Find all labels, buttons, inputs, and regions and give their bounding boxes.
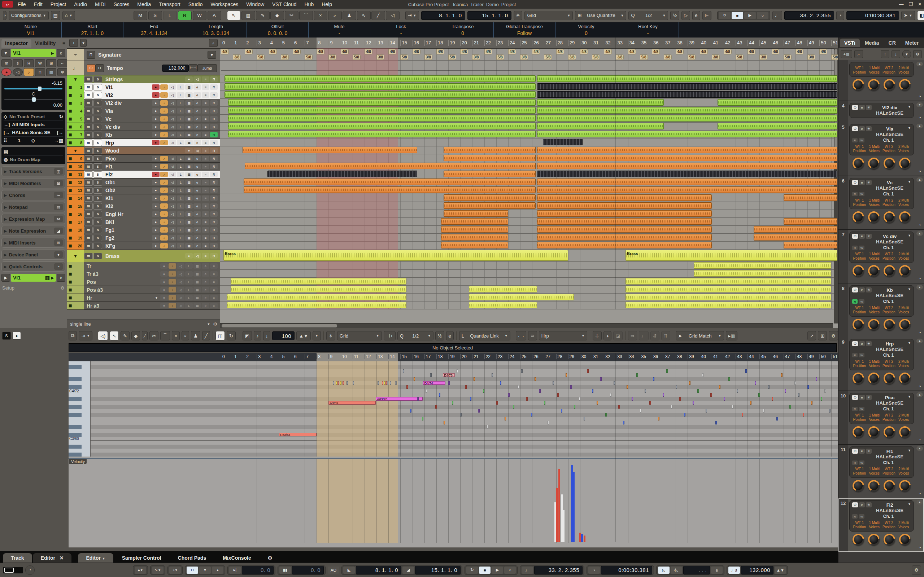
slot-read-button[interactable]: R bbox=[852, 407, 858, 411]
midi-event[interactable] bbox=[537, 210, 712, 217]
folder-mute-button[interactable]: m bbox=[84, 76, 93, 82]
track-row-vc-div[interactable]: ▦6msVc div●♪◁L▦e≡R bbox=[67, 123, 220, 131]
edit-channel-button[interactable]: e bbox=[194, 195, 201, 201]
timebase-button[interactable]: ♪ bbox=[160, 227, 168, 233]
signature-event[interactable]: 4/8 bbox=[365, 49, 373, 55]
record-enable-button[interactable]: ● bbox=[2, 68, 11, 76]
midi-note-small[interactable] bbox=[548, 421, 549, 424]
slot-screen[interactable]: ⏻e✳Fl1HALnSncSE▼RWCh. 1WT 1Position1 Mul… bbox=[849, 446, 914, 478]
slot-instrument-name[interactable]: Fl1HALnSncSE bbox=[873, 449, 906, 459]
midi-event[interactable] bbox=[244, 179, 536, 185]
midi-event[interactable] bbox=[537, 226, 712, 233]
slot-edit-icon[interactable]: e bbox=[859, 234, 865, 239]
section-track-versions[interactable]: ▶Track Versions◫ bbox=[2, 166, 65, 176]
metronome-dropdown[interactable]: ◔▼ bbox=[169, 567, 181, 574]
group-edit-icon[interactable]: ≡ bbox=[202, 76, 209, 82]
midi-note-small[interactable] bbox=[426, 389, 427, 393]
instrument-slot-fl2[interactable]: 12⏻e✳Fl2HALnSncSE▼RWCh. 1WT 1Position1 M… bbox=[838, 498, 924, 552]
lanes-button[interactable]: ≡ bbox=[202, 203, 209, 209]
transport-setup-gear[interactable]: ⚙ bbox=[912, 566, 921, 575]
folder-mute-button[interactable]: m bbox=[84, 253, 93, 259]
midi-note-small[interactable] bbox=[430, 373, 432, 377]
midi-event[interactable] bbox=[444, 171, 536, 177]
edited-part-dropdown[interactable]: Hrp▼ bbox=[539, 331, 587, 340]
edit-channel-button[interactable]: e bbox=[194, 156, 201, 161]
quick-control-knob[interactable] bbox=[899, 372, 911, 384]
midi-event[interactable] bbox=[694, 262, 831, 269]
timebase-button[interactable]: ♪ bbox=[160, 243, 168, 248]
eraser-tool[interactable]: ◆ bbox=[270, 11, 284, 20]
menu-vst-cloud[interactable]: VST Cloud bbox=[268, 1, 300, 8]
track-row-vi2[interactable]: ▦2msVI2●♪◁L▦e≡R bbox=[67, 91, 220, 99]
editor-quantize-preset[interactable]: Q 1/2▼ bbox=[397, 331, 433, 340]
editor-autoscroll[interactable]: ⇥▼ bbox=[79, 331, 92, 340]
editor-ruler[interactable]: 0123456789101112131415161718192021222324… bbox=[69, 353, 838, 362]
midi-event[interactable] bbox=[225, 83, 536, 90]
signature-event[interactable]: 4/8 bbox=[293, 49, 300, 55]
midi-event[interactable] bbox=[537, 218, 712, 225]
slot-freeze-icon[interactable]: ✳ bbox=[866, 341, 872, 346]
slot-screen[interactable]: ⏻e✳VcHALnSncSE▼RWCh. 1WT 1Position1 Mult… bbox=[849, 178, 914, 209]
lanes-button[interactable]: ≡ bbox=[202, 140, 209, 145]
instrument-slot-vi2-div[interactable]: 4⏻e✳VI2 divHALnSncSE▼▼◔ bbox=[838, 101, 924, 122]
folder-solo-button[interactable]: s bbox=[94, 148, 102, 154]
midi-event[interactable] bbox=[225, 91, 536, 98]
timebase-button[interactable]: ♪ bbox=[160, 116, 168, 121]
read-automation-button[interactable]: R bbox=[210, 108, 218, 114]
midi-note-tick[interactable] bbox=[378, 381, 379, 385]
listen-button[interactable]: L bbox=[177, 84, 184, 90]
signature-event[interactable]: 4/8 bbox=[221, 49, 229, 55]
folder-row-wood[interactable]: ▾msWood●◁≡⊓ bbox=[67, 147, 220, 155]
monitor-button[interactable]: ◁ bbox=[177, 271, 184, 277]
midi-note-small[interactable] bbox=[460, 413, 462, 416]
line-tool[interactable]: ╱ bbox=[372, 11, 385, 20]
keys-edit-button[interactable]: ▦ bbox=[185, 124, 193, 129]
inspector-bottom-track[interactable]: VI1▥ ▸ bbox=[11, 274, 56, 282]
read-automation-button[interactable]: R bbox=[210, 84, 218, 90]
preset-diamond-icon[interactable]: ◇ bbox=[31, 138, 35, 143]
track-mute-button[interactable]: m bbox=[84, 163, 93, 170]
folder-icon[interactable]: ▾ bbox=[67, 76, 84, 83]
slot-instrument-name[interactable]: Fl2HALnSncSE bbox=[873, 502, 906, 513]
track-search-icon[interactable]: ⌕ bbox=[209, 39, 218, 47]
midi-event[interactable]: Brass bbox=[625, 250, 837, 261]
keys-edit-button[interactable]: ▦ bbox=[185, 92, 193, 98]
track-filter-caret[interactable]: ▾ bbox=[80, 39, 87, 47]
tab-editor[interactable]: Editor ✕ bbox=[33, 553, 72, 562]
midi-note-tick[interactable] bbox=[338, 381, 339, 385]
signature-event[interactable]: 4/8 bbox=[724, 49, 732, 55]
keys-edit-button[interactable]: ▦ bbox=[185, 219, 193, 225]
group-lock-icon[interactable]: ⊓ bbox=[210, 253, 218, 259]
lanes-button[interactable]: ≡ bbox=[210, 287, 218, 292]
keys-edit-button[interactable]: ▦ bbox=[185, 187, 193, 193]
edit-channel-button[interactable]: e bbox=[202, 263, 209, 269]
keys-edit-button[interactable]: ▦ bbox=[185, 140, 193, 145]
slot-screen[interactable]: ⏻e✳VlaHALnSncSE▼RWCh. 1WT 1Position1 Mul… bbox=[849, 124, 914, 155]
tabs-gear-icon[interactable]: ⚙ bbox=[260, 553, 281, 562]
listen-button[interactable]: L bbox=[177, 156, 184, 161]
right-locator-field[interactable]: 15. 1. 1. 0 bbox=[467, 11, 512, 20]
slot-read-button[interactable]: R bbox=[852, 138, 858, 142]
signature-event[interactable]: 5/8 bbox=[592, 55, 600, 60]
slot-edit-icon[interactable]: e bbox=[859, 287, 865, 292]
midi-note-small[interactable] bbox=[422, 417, 423, 421]
quick-control-knob[interactable] bbox=[868, 265, 880, 277]
track-lane[interactable] bbox=[220, 147, 838, 154]
section-notepad[interactable]: ▶Notepad▤ bbox=[2, 202, 65, 212]
rack-options-button[interactable]: ▾ bbox=[902, 50, 911, 58]
project-cursor[interactable] bbox=[615, 37, 615, 309]
timebase-button[interactable]: ♪ bbox=[160, 211, 168, 217]
quantize-panel-button[interactable]: e bbox=[692, 11, 700, 20]
midi-note-small[interactable] bbox=[539, 389, 541, 393]
signature-event[interactable]: 4/8 bbox=[485, 49, 492, 55]
primary-time-display[interactable]: 33. 2. 2.355 bbox=[784, 11, 834, 20]
track-lane[interactable] bbox=[220, 293, 838, 301]
listen-button[interactable]: L bbox=[177, 172, 184, 177]
midi-note-small[interactable] bbox=[403, 369, 404, 373]
listen-button[interactable]: L bbox=[177, 219, 184, 225]
slot-dropdown-caret[interactable]: ▼ bbox=[908, 126, 911, 130]
quick-control-knob[interactable] bbox=[853, 79, 864, 90]
tempo-value-field[interactable]: 132.000 bbox=[162, 64, 189, 72]
lanes-button[interactable]: ≡ bbox=[202, 195, 209, 201]
zoom-tool[interactable]: ⌕ bbox=[328, 11, 342, 20]
